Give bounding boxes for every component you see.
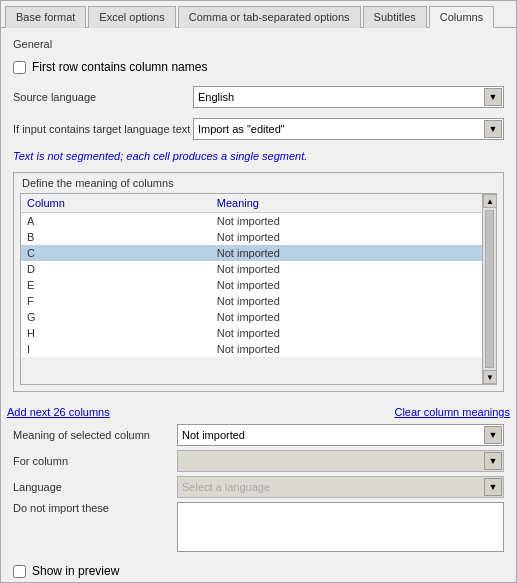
- info-text: Text is not segmented; each cell produce…: [13, 150, 504, 162]
- language-select[interactable]: Select a language: [177, 476, 504, 498]
- col-cell: D: [21, 261, 211, 277]
- meaning-cell: Not imported: [211, 245, 496, 261]
- for-column-wrapper: ▼: [177, 450, 504, 472]
- meaning-cell: Not imported: [211, 293, 496, 309]
- tab-base-format[interactable]: Base format: [5, 6, 86, 28]
- meaning-selected-select[interactable]: Not imported Source Target Comment: [177, 424, 504, 446]
- meaning-selected-row: Meaning of selected column Not imported …: [13, 424, 504, 446]
- for-column-select[interactable]: [177, 450, 504, 472]
- source-language-row: Source language English German French ▼: [13, 86, 504, 108]
- meaning-cell: Not imported: [211, 229, 496, 245]
- main-window: Base format Excel options Comma or tab-s…: [0, 0, 517, 583]
- source-language-label: Source language: [13, 91, 193, 103]
- bottom-section: Meaning of selected column Not imported …: [1, 420, 516, 556]
- table-row[interactable]: DNot imported: [21, 261, 496, 277]
- tab-bar: Base format Excel options Comma or tab-s…: [1, 1, 516, 28]
- table-row[interactable]: BNot imported: [21, 229, 496, 245]
- target-language-wrapper: Import as "edited" Import as "translated…: [193, 118, 504, 140]
- col-cell: F: [21, 293, 211, 309]
- general-label: General: [13, 38, 504, 50]
- meaning-cell: Not imported: [211, 277, 496, 293]
- language-row: Language Select a language ▼: [13, 476, 504, 498]
- meaning-cell: Not imported: [211, 261, 496, 277]
- target-language-label: If input contains target language text: [13, 123, 193, 135]
- scrollbar-thumb[interactable]: [485, 210, 494, 368]
- do-not-import-label: Do not import these: [13, 502, 173, 514]
- columns-table: Column Meaning ANot importedBNot importe…: [21, 194, 496, 357]
- for-column-label: For column: [13, 455, 173, 467]
- meaning-cell: Not imported: [211, 341, 496, 357]
- scrollbar-up-btn[interactable]: ▲: [483, 194, 496, 208]
- meaning-cell: Not imported: [211, 213, 496, 230]
- meaning-selected-label: Meaning of selected column: [13, 429, 173, 441]
- for-column-row: For column ▼: [13, 450, 504, 472]
- tab-excel-options[interactable]: Excel options: [88, 6, 175, 28]
- col-cell: B: [21, 229, 211, 245]
- col-cell: G: [21, 309, 211, 325]
- show-preview-label: Show in preview: [32, 564, 119, 578]
- show-preview-row: Show in preview: [1, 556, 516, 582]
- bottom-bar: Add next 26 columns Clear column meaning…: [1, 402, 516, 420]
- col-header-column: Column: [21, 194, 211, 213]
- meaning-cell: Not imported: [211, 309, 496, 325]
- add-columns-link[interactable]: Add next 26 columns: [7, 406, 110, 418]
- tab-comma-tab[interactable]: Comma or tab-separated options: [178, 6, 361, 28]
- col-cell: H: [21, 325, 211, 341]
- table-row[interactable]: HNot imported: [21, 325, 496, 341]
- first-row-row: First row contains column names: [13, 60, 504, 74]
- meaning-cell: Not imported: [211, 325, 496, 341]
- meaning-selected-wrapper: Not imported Source Target Comment ▼: [177, 424, 504, 446]
- first-row-label: First row contains column names: [32, 60, 207, 74]
- scrollbar-down-btn[interactable]: ▼: [483, 370, 496, 384]
- source-language-wrapper: English German French ▼: [193, 86, 504, 108]
- define-section: Define the meaning of columns Column Mea…: [13, 172, 504, 392]
- target-language-select[interactable]: Import as "edited" Import as "translated…: [193, 118, 504, 140]
- table-row[interactable]: ANot imported: [21, 213, 496, 230]
- target-language-row: If input contains target language text I…: [13, 118, 504, 140]
- table-row[interactable]: FNot imported: [21, 293, 496, 309]
- first-row-checkbox[interactable]: [13, 61, 26, 74]
- columns-header-row: Column Meaning: [21, 194, 496, 213]
- table-row[interactable]: CNot imported: [21, 245, 496, 261]
- define-section-label: Define the meaning of columns: [14, 173, 503, 193]
- table-row[interactable]: ENot imported: [21, 277, 496, 293]
- show-preview-checkbox[interactable]: [13, 565, 26, 578]
- do-not-import-textarea[interactable]: [177, 502, 504, 552]
- tab-columns[interactable]: Columns: [429, 6, 494, 28]
- source-language-select[interactable]: English German French: [193, 86, 504, 108]
- content-area: General First row contains column names …: [1, 28, 516, 402]
- table-row[interactable]: GNot imported: [21, 309, 496, 325]
- col-cell: I: [21, 341, 211, 357]
- language-wrapper: Select a language ▼: [177, 476, 504, 498]
- tab-subtitles[interactable]: Subtitles: [363, 6, 427, 28]
- col-cell: E: [21, 277, 211, 293]
- language-label: Language: [13, 481, 173, 493]
- col-header-meaning: Meaning: [211, 194, 496, 213]
- col-cell: C: [21, 245, 211, 261]
- do-not-import-row: Do not import these: [13, 502, 504, 552]
- clear-columns-link[interactable]: Clear column meanings: [394, 406, 510, 418]
- columns-table-wrapper: Column Meaning ANot importedBNot importe…: [20, 193, 497, 385]
- col-cell: A: [21, 213, 211, 230]
- scrollbar[interactable]: ▲ ▼: [482, 194, 496, 384]
- table-row[interactable]: INot imported: [21, 341, 496, 357]
